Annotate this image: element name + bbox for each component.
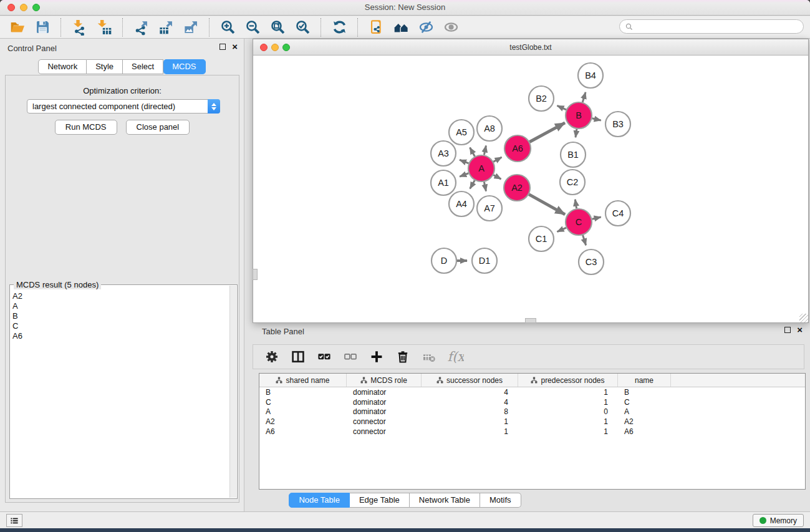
column-header-successor-nodes[interactable]: successor nodes	[422, 374, 518, 387]
export-table-button[interactable]	[153, 18, 178, 37]
table-row[interactable]: A2connector11A2	[259, 417, 805, 427]
edge-B-B2[interactable]	[557, 105, 566, 109]
application-window: Session: New Session Control Panel × Net…	[0, 0, 810, 532]
zoom-out-button[interactable]	[240, 18, 265, 37]
edge-B-B4[interactable]	[582, 92, 586, 102]
column-header-name[interactable]: name	[618, 374, 671, 387]
edge-A6-B[interactable]	[529, 123, 565, 142]
function-builder-icon: f(x)	[446, 347, 464, 366]
delete-column-button[interactable]	[394, 348, 412, 365]
show-columns-button[interactable]	[289, 348, 307, 365]
result-item[interactable]: B	[12, 311, 229, 321]
panel-splitter-left[interactable]	[253, 269, 258, 280]
zoom-fit-icon	[269, 19, 286, 36]
export-network-button[interactable]	[128, 18, 153, 37]
select-all-columns-button[interactable]	[316, 348, 333, 365]
node-label-A2: A2	[511, 183, 523, 193]
table-cell: A6	[618, 427, 671, 436]
network-graph[interactable]: B4B2BB3A8A5A6B1A3AA1C2A2A4A7C4CC1DD1C3	[253, 56, 808, 322]
network-window-titlebar[interactable]: testGlobe.txt	[253, 39, 808, 56]
run-mcds-button[interactable]: Run MCDS	[55, 120, 117, 135]
edge-A-A3[interactable]	[460, 160, 468, 163]
home-view-button[interactable]	[388, 18, 413, 37]
mcds-result-list[interactable]: A2ABCA6	[12, 288, 229, 497]
edge-A-A7[interactable]	[484, 182, 486, 191]
save-session-button[interactable]	[30, 18, 55, 37]
result-item[interactable]: C	[12, 321, 229, 331]
tab-node-table[interactable]: Node Table	[289, 493, 350, 508]
memory-button[interactable]: Memory	[753, 514, 804, 527]
edge-A-A6[interactable]	[493, 157, 501, 162]
task-history-button[interactable]	[6, 514, 22, 527]
edge-B-B1[interactable]	[576, 129, 577, 138]
zoom-fit-button[interactable]	[265, 18, 290, 37]
export-image-button[interactable]	[178, 18, 203, 37]
mcds-result-group: MCDS result (5 nodes) A2ABCA6	[9, 284, 238, 499]
table-row[interactable]: A6connector11A6	[259, 427, 805, 437]
close-panel-icon[interactable]: ×	[232, 44, 238, 50]
deselect-all-columns-icon	[343, 349, 358, 364]
close-panel-button[interactable]: Close panel	[126, 120, 190, 135]
network-canvas[interactable]: B4B2BB3A8A5A6B1A3AA1C2A2A4A7C4CC1DD1C3	[253, 56, 808, 322]
node-label-A6: A6	[512, 143, 523, 153]
open-session-button[interactable]	[5, 18, 30, 37]
zoom-selected-button[interactable]	[290, 18, 315, 37]
result-item[interactable]: A	[12, 301, 229, 311]
search-input[interactable]	[634, 21, 803, 32]
table-float-icon[interactable]	[784, 327, 791, 333]
panel-splitter-bottom[interactable]	[525, 318, 536, 323]
tab-edge-table[interactable]: Edge Table	[350, 493, 410, 508]
edge-B-B3[interactable]	[592, 118, 600, 120]
edge-C-C2[interactable]	[575, 200, 576, 209]
tab-mcds[interactable]: MCDS	[163, 59, 205, 74]
tab-motifs[interactable]: Motifs	[480, 493, 521, 508]
home-view-icon	[393, 19, 410, 36]
tab-network-table[interactable]: Network Table	[410, 493, 480, 508]
table-row[interactable]: Cdominator41C	[259, 397, 805, 407]
edge-A-A4[interactable]	[470, 180, 475, 188]
result-item[interactable]: A2	[12, 291, 229, 301]
table-settings-icon	[264, 349, 279, 364]
edge-A-A8[interactable]	[484, 145, 486, 155]
table-row[interactable]: Bdominator41B	[259, 387, 805, 397]
clone-network-button[interactable]	[364, 18, 388, 37]
column-header-MCDS-role[interactable]: MCDS role	[347, 374, 422, 387]
resize-grip-icon[interactable]	[799, 314, 808, 322]
toolbar-separator	[321, 18, 321, 37]
column-header-shared-name[interactable]: shared name	[259, 374, 347, 387]
edge-A-A5[interactable]	[470, 148, 475, 157]
table-cell: A	[618, 407, 671, 416]
optimization-criterion-label: Optimization criterion:	[6, 86, 239, 95]
column-header-predecessor-nodes[interactable]: predecessor nodes	[518, 374, 618, 387]
sort-column-icon	[531, 377, 538, 384]
table-close-icon[interactable]: ×	[797, 327, 803, 333]
table-row[interactable]: Adominator80A	[259, 407, 805, 417]
table-cell: C	[259, 398, 347, 407]
edge-A-A1[interactable]	[460, 173, 468, 177]
zoom-in-button[interactable]	[215, 18, 240, 37]
edge-C-C3[interactable]	[583, 235, 586, 245]
table-cell: 1	[518, 427, 618, 436]
import-network-button[interactable]	[67, 18, 92, 37]
edge-A-A2[interactable]	[493, 175, 501, 180]
criterion-dropdown[interactable]: largest connected component (directed)	[27, 99, 220, 114]
result-item[interactable]: A6	[12, 331, 229, 341]
result-scrollbar[interactable]	[229, 286, 236, 498]
tab-select[interactable]: Select	[123, 59, 163, 74]
edge-C-C1[interactable]	[557, 228, 566, 231]
show-view-button[interactable]	[438, 18, 463, 37]
tab-network[interactable]: Network	[38, 59, 87, 74]
edge-A2-C[interactable]	[529, 195, 565, 215]
search-box[interactable]	[619, 19, 804, 34]
node-label-B4: B4	[585, 70, 596, 80]
import-table-button[interactable]	[92, 18, 117, 37]
hide-details-button[interactable]	[413, 18, 438, 37]
import-table-icon	[96, 19, 113, 36]
deselect-all-columns-button[interactable]	[342, 348, 359, 365]
edge-C-C4[interactable]	[592, 217, 600, 219]
table-settings-button[interactable]	[263, 348, 281, 365]
float-panel-icon[interactable]	[219, 44, 226, 50]
tab-style[interactable]: Style	[87, 59, 123, 74]
add-column-button[interactable]	[368, 348, 385, 365]
refresh-view-button[interactable]	[327, 18, 352, 37]
